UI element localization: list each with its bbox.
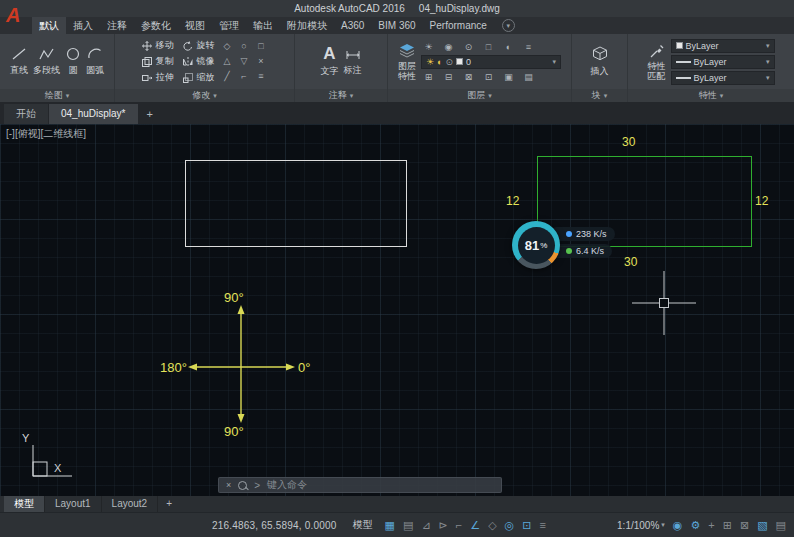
- layer-match-icon[interactable]: ≡: [521, 41, 536, 53]
- layer-properties-button[interactable]: 图层特性: [398, 43, 416, 81]
- dimension-label-left[interactable]: 12: [506, 194, 519, 208]
- move-button[interactable]: 移动: [141, 39, 174, 52]
- layer-dropdown[interactable]: ☀ ◐ ⊙ 0 ▾: [421, 55, 561, 69]
- text-button[interactable]: A 文字: [321, 45, 339, 78]
- match-properties-button[interactable]: 特性匹配: [648, 43, 666, 81]
- ortho-mode-icon[interactable]: ⌐: [456, 519, 462, 532]
- linetype-dropdown[interactable]: ByLayer ▾: [671, 71, 775, 85]
- trim-icon[interactable]: △: [220, 55, 235, 68]
- ribbon-tab-home[interactable]: 默认: [32, 17, 66, 34]
- quick-properties-icon[interactable]: ⊞: [723, 519, 732, 532]
- angle-cross-arrows[interactable]: [170, 302, 335, 437]
- dimension-button[interactable]: 标注: [344, 46, 362, 77]
- more-modify-icon[interactable]: ≡: [254, 70, 269, 83]
- command-line-bar[interactable]: × > 键入命令: [218, 477, 502, 493]
- explode-icon[interactable]: ╱: [220, 70, 235, 83]
- layer-lock-icon[interactable]: ⊙: [461, 41, 476, 53]
- offset-icon[interactable]: ○: [237, 40, 252, 53]
- ribbon-tab-parametric[interactable]: 参数化: [134, 17, 178, 34]
- dimension-label-top[interactable]: 30: [622, 135, 635, 149]
- circle-button[interactable]: 圆: [65, 46, 81, 77]
- annotation-visibility-icon[interactable]: ◉: [673, 519, 683, 532]
- panel-label-layers[interactable]: 图层▾: [388, 89, 571, 102]
- new-drawing-plus-icon[interactable]: +: [139, 104, 161, 124]
- panel-label-draw[interactable]: 绘图▾: [0, 89, 114, 102]
- panel-label-block[interactable]: 块▾: [572, 89, 627, 102]
- line-button[interactable]: 直线: [10, 46, 28, 77]
- object-color-dropdown[interactable]: ByLayer ▾: [671, 39, 775, 53]
- object-snap-icon[interactable]: ⊡: [522, 519, 531, 532]
- ribbon-tab-bim360[interactable]: BIM 360: [371, 17, 422, 34]
- layer-off-icon[interactable]: ⊞: [421, 71, 436, 83]
- ribbon-tab-output[interactable]: 输出: [246, 17, 280, 34]
- hardware-acceleration-icon[interactable]: ▧: [757, 519, 767, 532]
- layer-unisolate-icon[interactable]: ◐: [501, 41, 516, 53]
- command-input[interactable]: 键入命令: [267, 478, 307, 492]
- ribbon-tab-performance[interactable]: Performance: [423, 17, 494, 34]
- lineweight-dropdown[interactable]: ByLayer ▾: [671, 55, 775, 69]
- annotation-scale-button[interactable]: 1:1/100%▾: [617, 520, 665, 531]
- layer-on-icon[interactable]: ☀: [421, 41, 436, 53]
- array-icon[interactable]: □: [254, 40, 269, 53]
- command-close-icon[interactable]: ×: [226, 480, 231, 490]
- infer-constraints-icon[interactable]: ⊿: [421, 519, 430, 532]
- lineweight-icon[interactable]: ≡: [539, 519, 545, 532]
- app-menu-logo[interactable]: A: [6, 0, 20, 30]
- polar-tracking-icon[interactable]: ∠: [470, 519, 480, 532]
- speed-widget-ring[interactable]: 81 %: [512, 221, 560, 269]
- tab-model[interactable]: 模型: [4, 496, 45, 512]
- fillet-icon[interactable]: ◇: [220, 40, 235, 53]
- file-tab-document[interactable]: 04_huDisplay*: [49, 104, 138, 124]
- file-tab-start[interactable]: 开始: [4, 104, 48, 124]
- mirror-button[interactable]: 镜像: [182, 55, 215, 68]
- tab-layout1[interactable]: Layout1: [45, 496, 102, 512]
- ribbon-tab-manage[interactable]: 管理: [212, 17, 246, 34]
- layer-walk-icon[interactable]: ▣: [501, 71, 516, 83]
- ribbon-tab-a360[interactable]: A360: [334, 17, 371, 34]
- panel-label-modify[interactable]: 修改▾: [115, 89, 294, 102]
- ribbon-tab-view[interactable]: 视图: [178, 17, 212, 34]
- search-icon[interactable]: [238, 481, 247, 490]
- snap-mode-icon[interactable]: ▤: [403, 519, 413, 532]
- arc-button[interactable]: 圆弧: [86, 46, 104, 77]
- layer-isolate-icon[interactable]: □: [481, 41, 496, 53]
- workspace-switch-icon[interactable]: ⚙: [690, 519, 700, 532]
- layer-unlock-all-icon[interactable]: ⊠: [461, 71, 476, 83]
- polyline-button[interactable]: 多段线: [33, 46, 60, 77]
- viewport-controls[interactable]: [-][俯视][二维线框]: [6, 127, 86, 141]
- layer-freeze-icon[interactable]: ◉: [441, 41, 456, 53]
- insert-block-button[interactable]: 插入: [591, 45, 609, 78]
- panel-draw: 直线 多段线 圆 圆弧 绘图▾: [0, 34, 115, 102]
- model-space-indicator[interactable]: 模型: [353, 518, 373, 532]
- speed-upload-pill[interactable]: 238 K/s: [550, 227, 615, 241]
- annotation-monitor-icon[interactable]: +: [708, 519, 714, 531]
- lock-ui-icon[interactable]: ⊠: [740, 519, 749, 532]
- stretch-button[interactable]: 拉伸: [141, 71, 174, 84]
- layer-thaw-icon[interactable]: ⊟: [441, 71, 456, 83]
- ucs-icon[interactable]: Y X: [12, 428, 82, 488]
- dimension-label-right[interactable]: 12: [755, 194, 768, 208]
- new-layout-plus-icon[interactable]: +: [158, 496, 180, 512]
- copy-button[interactable]: 复制: [141, 55, 174, 68]
- chamfer-icon[interactable]: ⌐: [237, 70, 252, 83]
- tab-layout2[interactable]: Layout2: [102, 496, 159, 512]
- customize-icon[interactable]: ▤: [776, 519, 786, 532]
- layer-current-icon[interactable]: ⊡: [481, 71, 496, 83]
- ribbon-display-toggle-icon[interactable]: ▾: [502, 19, 515, 32]
- panel-label-annotate[interactable]: 注释▾: [295, 89, 387, 102]
- scale-button[interactable]: 缩放: [182, 71, 215, 84]
- osnap-tracking-icon[interactable]: ◎: [505, 519, 515, 532]
- panel-label-properties[interactable]: 特性▾: [628, 89, 794, 102]
- erase-icon[interactable]: ×: [254, 55, 269, 68]
- dynamic-input-icon[interactable]: ⊳: [439, 519, 448, 532]
- extend-icon[interactable]: ▽: [237, 55, 252, 68]
- rotate-button[interactable]: 旋转: [182, 39, 215, 52]
- ribbon-tab-annotate[interactable]: 注释: [100, 17, 134, 34]
- layer-states-icon[interactable]: ▤: [521, 71, 536, 83]
- grid-icon[interactable]: ▦: [385, 519, 395, 532]
- drawing-canvas[interactable]: [-][俯视][二维线框] 30 12 12 30 90° 180° 0° 90…: [0, 124, 794, 496]
- ribbon-tab-addins[interactable]: 附加模块: [280, 17, 334, 34]
- isometric-draft-icon[interactable]: ◇: [488, 519, 496, 532]
- ribbon-tab-insert[interactable]: 插入: [66, 17, 100, 34]
- drawn-rectangle-white[interactable]: [185, 160, 407, 247]
